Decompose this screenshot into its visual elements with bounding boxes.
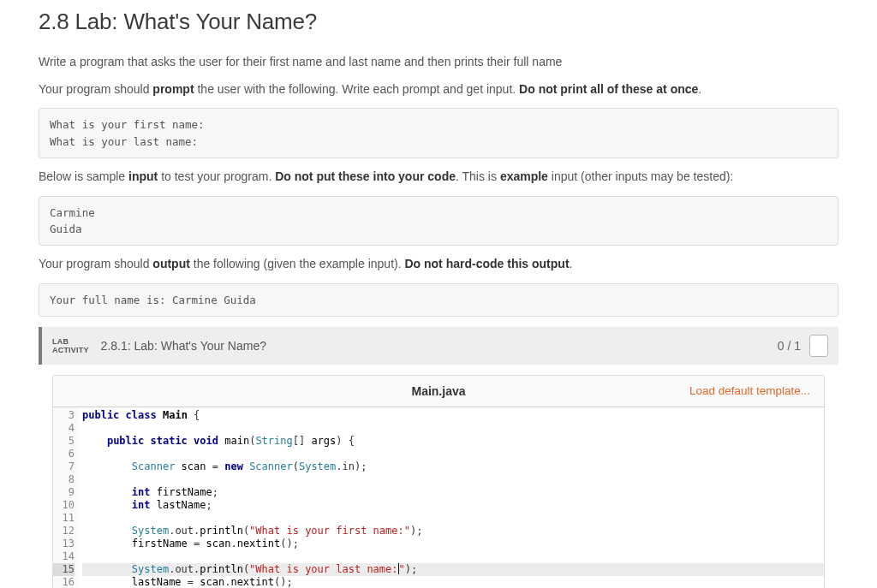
- line-number-gutter: 345678910111213141516171819: [53, 407, 79, 588]
- code-editor-panel: Main.java Load default template... 34567…: [52, 375, 825, 588]
- lab-activity-section: LAB ACTIVITY 2.8.1: Lab: What's Your Nam…: [39, 327, 838, 588]
- text: Below is sample: [39, 169, 128, 183]
- code-editor[interactable]: 345678910111213141516171819 public class…: [53, 407, 824, 588]
- activity-badge: LAB ACTIVITY: [52, 337, 101, 355]
- text-bold: example: [500, 169, 548, 183]
- text: to test your program.: [158, 169, 275, 183]
- page-title: 2.8 Lab: What's Your Name?: [39, 9, 838, 35]
- activity-score-area: 0 / 1: [778, 335, 828, 357]
- text: input (other inputs may be tested):: [548, 169, 733, 183]
- intro-paragraph: Write a program that asks the user for t…: [39, 54, 838, 71]
- editor-tab-bar: Main.java Load default template...: [53, 376, 824, 407]
- activity-score-text: 0 / 1: [778, 339, 801, 353]
- activity-badge-line1: LAB: [52, 337, 89, 346]
- prompt-code-block: What is your first name: What is your la…: [39, 108, 838, 158]
- text: Your program should: [39, 82, 152, 96]
- load-default-template-link[interactable]: Load default template...: [689, 376, 810, 407]
- text: the user with the following. Write each …: [194, 82, 520, 96]
- output-paragraph: Your program should output the following…: [39, 256, 838, 273]
- text-bold: input: [128, 169, 158, 183]
- output-code-block: Your full name is: Carmine Guida: [39, 283, 838, 317]
- text-bold: output: [152, 257, 190, 270]
- text-bold: Do not put these into your code: [275, 169, 456, 183]
- text-bold: Do not hard-code this output: [404, 257, 569, 270]
- prompt-paragraph: Your program should prompt the user with…: [39, 81, 838, 98]
- score-chip-icon: [809, 335, 828, 357]
- input-paragraph: Below is sample input to test your progr…: [39, 169, 838, 186]
- text: the following (given the example input).: [190, 257, 405, 270]
- text-bold: Do not print all of these at once: [519, 82, 698, 96]
- file-tab-main[interactable]: Main.java: [411, 384, 465, 398]
- code-lines[interactable]: public class Main { public static void m…: [79, 407, 824, 588]
- activity-badge-line2: ACTIVITY: [52, 346, 89, 354]
- text: Your program should: [39, 257, 152, 270]
- text: .: [570, 257, 573, 270]
- text: .: [698, 82, 701, 96]
- activity-header: LAB ACTIVITY 2.8.1: Lab: What's Your Nam…: [39, 327, 838, 365]
- input-code-block: Carmine Guida: [39, 196, 838, 246]
- activity-title: 2.8.1: Lab: What's Your Name?: [101, 339, 266, 353]
- text-bold: prompt: [152, 82, 194, 96]
- text: . This is: [456, 169, 500, 183]
- page-root: 2.8 Lab: What's Your Name? Write a progr…: [0, 0, 877, 588]
